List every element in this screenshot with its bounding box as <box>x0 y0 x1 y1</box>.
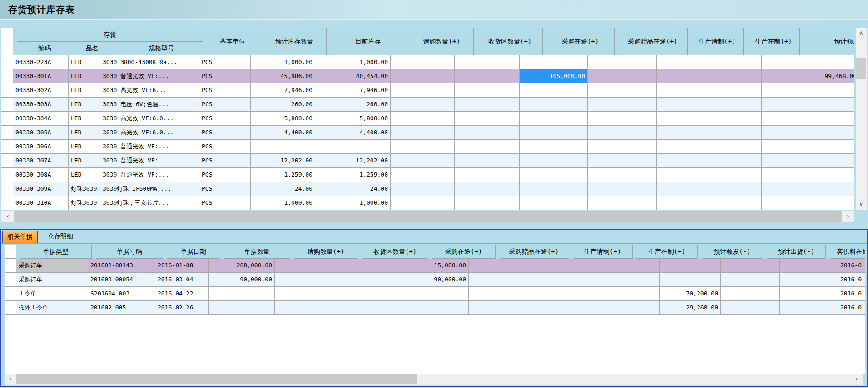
cell-customer-material-transit[interactable] <box>780 273 838 287</box>
cell-gift-transit[interactable] <box>588 126 657 140</box>
cell-forecast-date[interactable]: 2016-0 <box>838 259 865 273</box>
cell-purchase-transit[interactable] <box>520 83 588 98</box>
v-scrollbar[interactable]: ∧ ∨ <box>856 28 867 210</box>
row-indicator[interactable] <box>1 168 13 182</box>
cell-code[interactable]: 00330-306A <box>13 140 69 154</box>
cell-purchase-transit[interactable]: 15,000.00 <box>405 259 469 273</box>
cell-product-name[interactable]: LED <box>69 83 100 98</box>
cell-product-name[interactable]: 灯珠3030 <box>69 182 100 196</box>
cell-forecast-issue[interactable] <box>762 140 854 154</box>
cell-prod-wip[interactable] <box>709 154 762 168</box>
inventory-row[interactable]: 00330-304ALED3030 高光效 VF:6.0...PCS5,800.… <box>1 112 854 126</box>
h-scrollbar-bottom[interactable]: ‹ › <box>5 374 863 385</box>
cell-spec[interactable]: 3030 普通光效 VF:... <box>100 168 199 182</box>
cell-current-stock[interactable]: 1,000.00 <box>315 196 391 210</box>
inventory-row[interactable]: 00330-310A灯珠30303030灯珠，三安芯片...PCS1,000.0… <box>1 196 854 210</box>
cell-purchase-transit[interactable] <box>520 168 588 182</box>
cell-spec[interactable]: 3030 3800-4300K Ra... <box>100 55 199 69</box>
cell-req-qty[interactable] <box>275 259 339 273</box>
cell-doc-date[interactable]: 2016-04-22 <box>155 287 209 301</box>
cell-purchase-transit[interactable] <box>520 140 588 154</box>
row-indicator[interactable] <box>1 98 13 112</box>
cell-forecast-issue[interactable] <box>762 196 854 210</box>
scroll-down-icon[interactable]: ∨ <box>856 199 867 210</box>
col-header-unit[interactable]: 基本单位 <box>207 28 258 55</box>
cell-req-qty[interactable] <box>391 140 455 154</box>
cell-receiving-qty[interactable] <box>455 140 520 154</box>
cell-product-name[interactable]: LED <box>69 126 100 140</box>
cell-spec[interactable]: 3030灯珠 IF500MA,... <box>100 182 199 196</box>
cell-product-name[interactable]: LED <box>69 55 100 69</box>
cell-gift-transit[interactable] <box>469 259 538 273</box>
row-indicator[interactable] <box>1 140 13 154</box>
cell-current-stock[interactable]: 24.00 <box>315 182 391 196</box>
cell-current-stock[interactable]: 1,259.00 <box>315 168 391 182</box>
cell-doc-number[interactable]: 201603-00054 <box>88 273 155 287</box>
cell-code[interactable]: 00330-223A <box>13 55 69 69</box>
cell-forecast-issue[interactable] <box>762 168 854 182</box>
cell-receiving-qty[interactable] <box>455 69 520 83</box>
cell-receiving-qty[interactable] <box>339 287 405 301</box>
cell-receiving-qty[interactable] <box>455 55 520 69</box>
cell-unit[interactable]: PCS <box>199 140 251 154</box>
cell-current-stock[interactable]: 7,946.00 <box>315 83 391 98</box>
cell-prod-request[interactable] <box>538 273 598 287</box>
cell-unit[interactable]: PCS <box>199 196 251 210</box>
col-header-customer-material-transit[interactable]: 客供料在途(+) <box>830 245 865 259</box>
col-header-forecast-issue[interactable]: 预计领发(-) <box>804 28 854 55</box>
cell-unit[interactable]: PCS <box>199 168 251 182</box>
cell-receiving-qty[interactable] <box>455 126 520 140</box>
cell-doc-qty[interactable] <box>209 301 275 315</box>
cell-forecast-date[interactable]: 2016-0 <box>838 287 865 301</box>
cell-code[interactable]: 00330-302A <box>13 83 69 98</box>
cell-req-qty[interactable] <box>275 273 339 287</box>
cell-forecast-issue[interactable]: 70,200.00 <box>660 287 721 301</box>
cell-forecast-issue[interactable] <box>762 112 854 126</box>
cell-doc-type[interactable]: 工令单 <box>16 287 88 301</box>
cell-prod-request[interactable] <box>657 55 709 69</box>
cell-prod-wip[interactable] <box>709 98 762 112</box>
col-header-stock-group[interactable]: 存货 <box>17 28 203 42</box>
cell-code[interactable]: 00330-301A <box>13 69 69 83</box>
cell-req-qty[interactable] <box>275 301 339 315</box>
cell-gift-transit[interactable] <box>588 154 657 168</box>
cell-prod-request[interactable] <box>657 196 709 210</box>
cell-req-qty[interactable] <box>391 83 455 98</box>
cell-prod-wip[interactable] <box>709 112 762 126</box>
cell-unit[interactable]: PCS <box>199 83 251 98</box>
col-header-purchase-transit[interactable]: 采购在途(+) <box>432 245 496 259</box>
cell-forecast-qty[interactable]: 7,946.00 <box>251 83 315 98</box>
cell-current-stock[interactable]: 5,800.00 <box>315 112 391 126</box>
cell-forecast-qty[interactable] <box>251 140 315 154</box>
cell-purchase-transit[interactable] <box>520 196 588 210</box>
cell-purchase-transit[interactable] <box>520 98 588 112</box>
cell-prod-wip[interactable] <box>709 182 762 196</box>
col-header-current-stock[interactable]: 目前库存 <box>331 28 406 55</box>
row-indicator[interactable] <box>1 83 13 98</box>
col-header-receiving-qty[interactable]: 收货区数量(+) <box>362 245 428 259</box>
cell-doc-number[interactable]: 201601-00143 <box>88 259 155 273</box>
cell-unit[interactable]: PCS <box>199 126 251 140</box>
cell-req-qty[interactable] <box>391 196 455 210</box>
cell-current-stock[interactable]: 1,000.00 <box>315 55 391 69</box>
row-indicator[interactable] <box>1 196 13 210</box>
cell-customer-material-transit[interactable] <box>780 287 838 301</box>
cell-unit[interactable]: PCS <box>199 154 251 168</box>
row-indicator[interactable] <box>1 112 13 126</box>
cell-customer-material-transit[interactable] <box>780 259 838 273</box>
cell-prod-wip[interactable] <box>709 140 762 154</box>
cell-product-name[interactable]: LED <box>69 140 100 154</box>
cell-forecast-issue[interactable] <box>762 83 854 98</box>
cell-product-name[interactable]: LED <box>69 69 100 83</box>
inventory-row[interactable]: 00330-308ALED3030 普通光效 VF:...PCS1,259.00… <box>1 168 854 182</box>
row-indicator[interactable] <box>1 69 13 83</box>
cell-doc-number[interactable]: 201602-005 <box>88 301 155 315</box>
cell-gift-transit[interactable] <box>469 273 538 287</box>
cell-unit[interactable]: PCS <box>199 69 251 83</box>
cell-prod-wip[interactable] <box>598 287 660 301</box>
cell-forecast-qty[interactable]: 1,259.00 <box>251 168 315 182</box>
h-scrollbar-top[interactable]: ‹ › <box>1 211 854 222</box>
cell-prod-request[interactable] <box>657 112 709 126</box>
cell-purchase-transit[interactable] <box>520 182 588 196</box>
cell-receiving-qty[interactable] <box>339 301 405 315</box>
